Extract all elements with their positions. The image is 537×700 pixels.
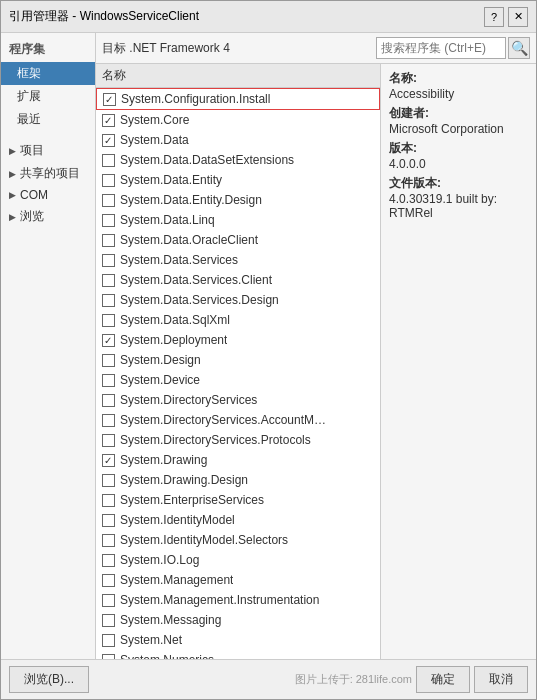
checkbox[interactable] bbox=[103, 93, 116, 106]
assembly-name: System.IdentityModel bbox=[120, 513, 235, 527]
assembly-name: System.Data.Services.Design bbox=[120, 293, 279, 307]
ok-button[interactable]: 确定 bbox=[416, 666, 470, 693]
info-name-label: 名称: bbox=[389, 70, 528, 87]
checkbox[interactable] bbox=[102, 154, 115, 167]
list-item[interactable]: System.EnterpriseServices bbox=[96, 490, 380, 510]
list-item[interactable]: System.Data.SqlXml bbox=[96, 310, 380, 330]
assembly-name: System.Data.Linq bbox=[120, 213, 215, 227]
sidebar-group-com-label: COM bbox=[20, 188, 48, 202]
sidebar-group-shared[interactable]: ▶ 共享的项目 bbox=[1, 162, 95, 185]
sidebar-group-project[interactable]: ▶ 项目 bbox=[1, 139, 95, 162]
assembly-name: System.Data.Services bbox=[120, 253, 238, 267]
checkbox[interactable] bbox=[102, 314, 115, 327]
checkbox[interactable] bbox=[102, 414, 115, 427]
checkbox[interactable] bbox=[102, 234, 115, 247]
list-item[interactable]: System.DirectoryServices.Protocols bbox=[96, 430, 380, 450]
checkbox[interactable] bbox=[102, 194, 115, 207]
list-item[interactable]: System.Messaging bbox=[96, 610, 380, 630]
search-button[interactable]: 🔍 bbox=[508, 37, 530, 59]
sidebar-group-com[interactable]: ▶ COM bbox=[1, 185, 95, 205]
browse-button[interactable]: 浏览(B)... bbox=[9, 666, 89, 693]
list-item[interactable]: System.Management.Instrumentation bbox=[96, 590, 380, 610]
list-item[interactable]: System.Deployment bbox=[96, 330, 380, 350]
close-button[interactable]: ✕ bbox=[508, 7, 528, 27]
list-item[interactable]: System.Device bbox=[96, 370, 380, 390]
checkbox[interactable] bbox=[102, 254, 115, 267]
main-panel: 目标 .NET Framework 4 🔍 名称 System.Configur… bbox=[96, 33, 536, 659]
sidebar-item-extensions[interactable]: 扩展 bbox=[1, 85, 95, 108]
checkbox[interactable] bbox=[102, 134, 115, 147]
bottom-bar: 浏览(B)... 图片上传于: 281life.com 确定 取消 bbox=[1, 659, 536, 699]
assembly-name: System.Core bbox=[120, 113, 189, 127]
assembly-name: System.Management bbox=[120, 573, 233, 587]
checkbox[interactable] bbox=[102, 394, 115, 407]
list-item[interactable]: System.Drawing bbox=[96, 450, 380, 470]
assembly-name: System.Data.Services.Client bbox=[120, 273, 272, 287]
list-item[interactable]: System.Data.Entity bbox=[96, 170, 380, 190]
list-item[interactable]: System.DirectoryServices bbox=[96, 390, 380, 410]
checkbox[interactable] bbox=[102, 614, 115, 627]
list-item[interactable]: System.IdentityModel bbox=[96, 510, 380, 530]
list-item[interactable]: System.Data.Services bbox=[96, 250, 380, 270]
assembly-name: System.Data.DataSetExtensions bbox=[120, 153, 294, 167]
list-item[interactable]: System.Drawing.Design bbox=[96, 470, 380, 490]
list-item[interactable]: System.Core bbox=[96, 110, 380, 130]
checkbox[interactable] bbox=[102, 294, 115, 307]
panel-body: 名称 System.Configuration.InstallSystem.Co… bbox=[96, 64, 536, 659]
list-item[interactable]: System.Data.Linq bbox=[96, 210, 380, 230]
checkbox[interactable] bbox=[102, 274, 115, 287]
list-item[interactable]: System.Data.Services.Client bbox=[96, 270, 380, 290]
checkbox[interactable] bbox=[102, 114, 115, 127]
list-item[interactable]: System.Data.OracleClient bbox=[96, 230, 380, 250]
checkbox-area bbox=[100, 132, 116, 148]
checkbox[interactable] bbox=[102, 214, 115, 227]
checkbox-area bbox=[100, 412, 116, 428]
sidebar-item-framework[interactable]: 框架 bbox=[1, 62, 95, 85]
cancel-button[interactable]: 取消 bbox=[474, 666, 528, 693]
help-button[interactable]: ? bbox=[484, 7, 504, 27]
list-item[interactable]: System.Numerics bbox=[96, 650, 380, 659]
search-input[interactable] bbox=[376, 37, 506, 59]
checkbox[interactable] bbox=[102, 514, 115, 527]
checkbox[interactable] bbox=[102, 174, 115, 187]
assembly-list[interactable]: System.Configuration.InstallSystem.CoreS… bbox=[96, 88, 380, 659]
checkbox[interactable] bbox=[102, 434, 115, 447]
checkbox[interactable] bbox=[102, 554, 115, 567]
checkbox[interactable] bbox=[102, 574, 115, 587]
checkbox[interactable] bbox=[102, 354, 115, 367]
checkbox[interactable] bbox=[102, 494, 115, 507]
sidebar-group-browse[interactable]: ▶ 浏览 bbox=[1, 205, 95, 228]
checkbox[interactable] bbox=[102, 454, 115, 467]
list-item[interactable]: System.Data bbox=[96, 130, 380, 150]
list-item[interactable]: System.Configuration.Install bbox=[96, 88, 380, 110]
checkbox-area bbox=[100, 152, 116, 168]
checkbox[interactable] bbox=[102, 374, 115, 387]
list-item[interactable]: System.DirectoryServices.AccountManage bbox=[96, 410, 380, 430]
list-item[interactable]: System.IdentityModel.Selectors bbox=[96, 530, 380, 550]
list-item[interactable]: System.Design bbox=[96, 350, 380, 370]
chevron-right-icon: ▶ bbox=[9, 146, 16, 156]
info-vendor-label: 创建者: bbox=[389, 105, 528, 122]
list-item[interactable]: System.Data.Services.Design bbox=[96, 290, 380, 310]
checkbox[interactable] bbox=[102, 634, 115, 647]
list-item[interactable]: System.Data.Entity.Design bbox=[96, 190, 380, 210]
checkbox[interactable] bbox=[102, 334, 115, 347]
checkbox[interactable] bbox=[102, 594, 115, 607]
info-name-value: Accessibility bbox=[389, 87, 528, 101]
checkbox[interactable] bbox=[102, 534, 115, 547]
sidebar-item-recent[interactable]: 最近 bbox=[1, 108, 95, 131]
checkbox-area bbox=[100, 432, 116, 448]
checkbox-area bbox=[100, 392, 116, 408]
list-item[interactable]: System.Data.DataSetExtensions bbox=[96, 150, 380, 170]
checkbox-area bbox=[100, 552, 116, 568]
checkbox[interactable] bbox=[102, 474, 115, 487]
list-item[interactable]: System.IO.Log bbox=[96, 550, 380, 570]
checkbox-area bbox=[100, 592, 116, 608]
checkbox-area bbox=[100, 192, 116, 208]
checkbox-area bbox=[100, 232, 116, 248]
sidebar-group-browse-label: 浏览 bbox=[20, 208, 44, 225]
list-item[interactable]: System.Net bbox=[96, 630, 380, 650]
list-item[interactable]: System.Management bbox=[96, 570, 380, 590]
assembly-name: System.Data bbox=[120, 133, 189, 147]
assembly-name: System.Data.Entity.Design bbox=[120, 193, 262, 207]
